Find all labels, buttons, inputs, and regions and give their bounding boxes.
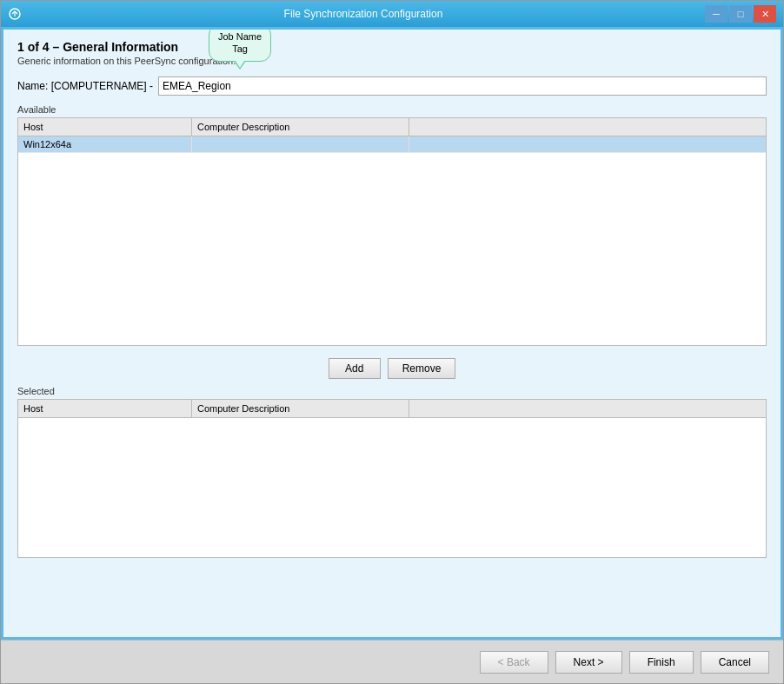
table-row[interactable]: Win12x64a — [18, 136, 766, 153]
remove-button[interactable]: Remove — [388, 358, 456, 379]
add-remove-buttons: Add Remove — [17, 358, 767, 379]
cancel-button[interactable]: Cancel — [701, 651, 769, 674]
name-row: Name: [COMPUTERNAME] - Job NameTag — [17, 76, 767, 96]
selected-desc-header: Computer Description — [192, 400, 409, 417]
minimize-button[interactable]: ─ — [705, 5, 728, 23]
name-input[interactable] — [158, 76, 767, 96]
page-subtitle: Generic information on this PeerSync con… — [17, 56, 767, 66]
selected-extra-header — [409, 400, 766, 417]
back-button[interactable]: < Back — [480, 651, 548, 674]
selected-section: Selected Host Computer Description — [17, 386, 767, 628]
content-area: 1 of 4 – General Information Generic inf… — [1, 27, 783, 640]
main-window: File Synchronization Configuration ─ □ ✕… — [0, 0, 784, 684]
selected-table-body — [18, 418, 766, 557]
page-header: 1 of 4 – General Information Generic inf… — [17, 40, 767, 66]
footer: < Back Next > Finish Cancel — [1, 640, 783, 683]
host-cell: Win12x64a — [18, 136, 192, 152]
available-table-header: Host Computer Description — [18, 118, 766, 136]
available-extra-header — [409, 118, 766, 136]
selected-host-header: Host — [18, 400, 192, 417]
available-table: Host Computer Description Win12x64a — [17, 117, 767, 346]
page-title: 1 of 4 – General Information — [17, 40, 767, 54]
close-button[interactable]: ✕ — [754, 5, 776, 23]
available-host-header: Host — [18, 118, 192, 136]
window-title: File Synchronization Configuration — [22, 8, 705, 20]
finish-button[interactable]: Finish — [629, 651, 694, 674]
job-name-tooltip: Job NameTag — [209, 27, 271, 62]
extra-cell — [409, 136, 766, 152]
available-table-body: Win12x64a — [18, 136, 766, 267]
next-button[interactable]: Next > — [555, 651, 622, 674]
app-icon — [8, 7, 22, 21]
selected-table: Host Computer Description — [17, 399, 767, 558]
desc-cell — [192, 136, 409, 152]
add-button[interactable]: Add — [329, 358, 381, 379]
selected-table-header: Host Computer Description — [18, 400, 766, 418]
window-controls: ─ □ ✕ — [705, 5, 776, 23]
maximize-button[interactable]: □ — [729, 5, 752, 23]
name-label: Name: [COMPUTERNAME] - — [17, 80, 153, 92]
available-desc-header: Computer Description — [192, 118, 409, 136]
available-section: Available Host Computer Description Win1… — [17, 104, 767, 346]
tooltip-text: Job NameTag — [218, 31, 262, 54]
available-label: Available — [17, 104, 767, 115]
selected-label: Selected — [17, 386, 767, 396]
title-bar: File Synchronization Configuration ─ □ ✕ — [1, 1, 783, 27]
